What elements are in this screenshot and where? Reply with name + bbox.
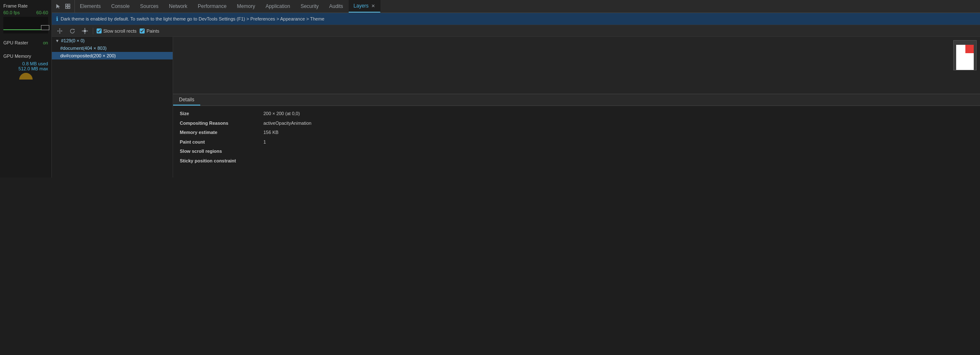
tab-security[interactable]: Security [296, 0, 324, 13]
fps-row: 60.0 fps 60-60 [3, 10, 48, 15]
fps-graph [3, 17, 48, 33]
tab-memory[interactable]: Memory [232, 0, 260, 13]
layers-toolbar: Slow scroll rects Paints [52, 25, 490, 37]
svg-rect-8 [87, 31, 88, 31]
details-value-paint: 1 [263, 139, 266, 146]
svg-rect-2 [66, 7, 67, 8]
inspect-icon[interactable] [64, 3, 71, 10]
details-tab-bar: Details [173, 94, 490, 106]
frame-rate-section: Frame Rate 60.0 fps 60-60 [3, 3, 48, 33]
details-tab[interactable]: Details [173, 94, 200, 105]
move-icon[interactable] [80, 26, 89, 36]
details-row-sticky: Sticky position constraint [180, 157, 490, 165]
details-key-compositing: Compositing Reasons [180, 120, 263, 127]
svg-rect-3 [68, 7, 70, 8]
details-row-memory: Memory estimate 156 KB [180, 129, 490, 136]
layer-document-name: #document(404 × 803) [60, 46, 107, 51]
gpu-raster-row: GPU Raster on [3, 40, 48, 47]
details-key-slow-scroll: Slow scroll regions [180, 148, 263, 155]
details-value-size: 200 × 200 (at 0,0) [263, 110, 300, 117]
slow-scroll-checkbox[interactable] [97, 28, 102, 33]
content-area: ▼ #129(0 × 0) #document(404 × 803) div#c… [52, 37, 490, 178]
tab-bar: Elements Console Sources Network Perform… [52, 0, 490, 13]
details-key-paint: Paint count [180, 139, 263, 146]
details-value-compositing: activeOpacityAnimation [263, 120, 311, 127]
tab-list: Elements Console Sources Network Perform… [75, 0, 380, 13]
details-row-paint: Paint count 1 [180, 139, 490, 146]
svg-point-4 [84, 29, 86, 32]
svg-rect-5 [84, 28, 85, 29]
details-table: Size 200 × 200 (at 0,0) Compositing Reas… [173, 106, 490, 171]
fps-green-line [3, 29, 41, 30]
paints-checkbox[interactable] [140, 28, 145, 33]
layer-document[interactable]: #document(404 × 803) [52, 44, 173, 52]
main-panel: Elements Console Sources Network Perform… [52, 0, 490, 178]
cursor-icon[interactable] [55, 3, 62, 10]
slow-scroll-checkbox-label[interactable]: Slow scroll rects [97, 28, 136, 33]
gpu-memory-used: 0.8 MB used 512.0 MB max [3, 61, 48, 71]
tab-audits[interactable]: Audits [324, 0, 348, 13]
layer-tree: ▼ #129(0 × 0) #document(404 × 803) div#c… [52, 37, 173, 178]
toolbar-sep [93, 28, 93, 34]
details-row-slow-scroll: Slow scroll regions [180, 148, 490, 155]
paints-label: Paints [146, 28, 159, 33]
layer-root[interactable]: ▼ #129(0 × 0) [52, 37, 173, 44]
details-key-memory: Memory estimate [180, 129, 263, 136]
canvas-area: Details Size 200 × 200 (at 0,0) Composit… [173, 37, 490, 178]
layer-composited[interactable]: div#composited(200 × 200) [52, 52, 173, 59]
gpu-donut-chart [19, 73, 33, 80]
gpu-raster-value: on [43, 40, 48, 47]
gpu-memory-section: GPU Memory 0.8 MB used 512.0 MB max [3, 54, 48, 80]
info-icon: ℹ [56, 15, 58, 22]
details-key-sticky: Sticky position constraint [180, 157, 263, 165]
gpu-memory-title: GPU Memory [3, 54, 48, 59]
svg-rect-7 [82, 31, 83, 31]
tab-elements[interactable]: Elements [75, 0, 106, 13]
fps-value: 60.0 fps [3, 10, 20, 15]
details-value-memory: 156 KB [263, 129, 278, 136]
frame-rate-title: Frame Rate [3, 3, 48, 8]
tab-performance[interactable]: Performance [193, 0, 232, 13]
svg-rect-0 [66, 4, 67, 6]
tab-icons [52, 0, 75, 13]
slow-scroll-label: Slow scroll rects [103, 28, 136, 33]
arrow-icon: ▼ [55, 39, 59, 43]
tab-sources[interactable]: Sources [135, 0, 164, 13]
rotate-icon[interactable] [68, 26, 77, 36]
tab-console[interactable]: Console [106, 0, 135, 13]
gpu-raster-title: GPU Raster [3, 40, 28, 45]
pan-icon[interactable] [55, 26, 64, 36]
details-key-size: Size [180, 110, 263, 117]
tab-layers-close[interactable]: ✕ [371, 3, 375, 9]
details-panel: Details Size 200 × 200 (at 0,0) Composit… [173, 94, 490, 178]
tab-network[interactable]: Network [164, 0, 193, 13]
gpu-raster-section: GPU Raster on [3, 40, 48, 47]
details-row-compositing: Compositing Reasons activeOpacityAnimati… [180, 120, 490, 127]
tab-layers[interactable]: Layers ✕ [349, 0, 380, 13]
details-row-size: Size 200 × 200 (at 0,0) [180, 110, 490, 117]
info-bar: ℹ Dark theme is enabled by default. To s… [52, 13, 490, 25]
paints-checkbox-label[interactable]: Paints [140, 28, 159, 33]
left-panel: Frame Rate 60.0 fps 60-60 GPU Raster on … [0, 0, 52, 178]
layer-root-name: #129(0 × 0) [61, 38, 85, 43]
fps-range: 60-60 [36, 10, 48, 15]
svg-rect-1 [68, 4, 70, 6]
info-text: Dark theme is enabled by default. To swi… [61, 16, 324, 21]
svg-rect-6 [84, 33, 85, 34]
tab-application[interactable]: Application [260, 0, 296, 13]
fps-white-box [41, 25, 49, 30]
layer-composited-name: div#composited(200 × 200) [60, 53, 116, 58]
